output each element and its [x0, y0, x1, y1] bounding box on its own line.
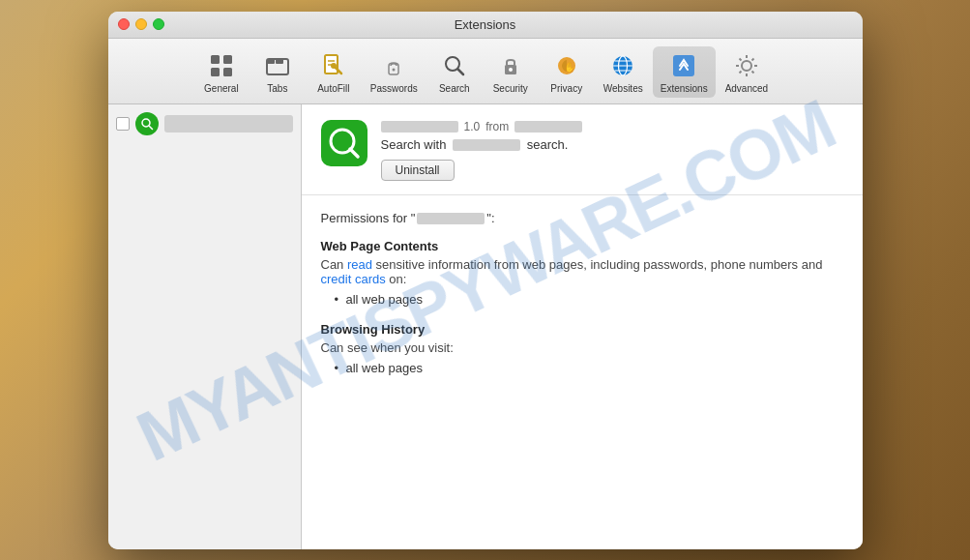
content-area: 1.0 from Search with search. Uninstall P…: [108, 104, 863, 549]
main-panel: 1.0 from Search with search. Uninstall P…: [302, 104, 863, 549]
can-read-prefix: Can: [321, 257, 347, 272]
privacy-label: Privacy: [550, 83, 582, 94]
uninstall-button[interactable]: Uninstall: [381, 160, 455, 181]
extension-from-bar: [514, 121, 582, 133]
traffic-lights: [118, 18, 164, 30]
passwords-icon: [378, 50, 409, 81]
svg-rect-3: [223, 68, 232, 76]
perm-group-browsing-title: Browsing History: [321, 322, 843, 337]
svg-line-31: [739, 58, 741, 60]
toolbar-passwords[interactable]: Passwords: [363, 46, 426, 98]
toolbar: General Tabs: [108, 39, 863, 104]
extension-icon-wrap: [321, 120, 367, 166]
svg-line-14: [457, 69, 463, 74]
svg-point-11: [331, 63, 337, 69]
svg-line-33: [751, 58, 753, 60]
extension-from: from: [485, 120, 509, 133]
perm-group-web-contents: Web Page Contents Can read sensitive inf…: [321, 239, 843, 307]
toolbar-extensions[interactable]: Extensions: [653, 46, 716, 98]
close-button[interactable]: [118, 18, 130, 30]
security-label: Security: [493, 83, 528, 94]
svg-point-25: [742, 61, 751, 71]
svg-line-38: [350, 149, 358, 157]
minimize-button[interactable]: [135, 18, 147, 30]
svg-text:✋: ✋: [564, 61, 576, 74]
svg-rect-1: [211, 68, 220, 76]
extension-header: 1.0 from Search with search. Uninstall: [302, 104, 863, 195]
permissions-title: Permissions for "":: [321, 211, 843, 225]
credit-cards-link: credit cards: [321, 272, 386, 286]
sidebar-search-icon: [135, 112, 159, 135]
sidebar-extension-name: [164, 115, 293, 133]
autofill-label: AutoFill: [317, 83, 349, 94]
toolbar-privacy[interactable]: ✋ Privacy: [540, 46, 594, 98]
window-title: Extensions: [455, 17, 516, 32]
privacy-icon: ✋: [551, 50, 582, 81]
websites-label: Websites: [603, 83, 643, 94]
svg-point-12: [393, 68, 396, 71]
toolbar-security[interactable]: Security: [484, 46, 538, 98]
maximize-button[interactable]: [153, 18, 164, 30]
svg-line-34: [739, 71, 741, 73]
extension-desc-name: [453, 139, 520, 151]
can-read-link: read: [347, 257, 372, 272]
toolbar-tabs[interactable]: Tabs: [250, 46, 305, 98]
extension-info: 1.0 from Search with search. Uninstall: [381, 120, 843, 181]
perm-browsing-item: all web pages: [337, 361, 843, 375]
perm-group-web-title: Web Page Contents: [321, 239, 843, 253]
extension-name-bar: [381, 121, 458, 133]
perm-group-web-desc: Can read sensitive information from web …: [321, 257, 843, 286]
advanced-icon: [731, 50, 762, 81]
toolbar-general[interactable]: General: [194, 46, 249, 98]
extension-name-row: 1.0 from: [381, 120, 843, 133]
general-icon: [206, 50, 237, 81]
perm-web-item: all web pages: [337, 292, 843, 307]
svg-rect-6: [276, 59, 283, 64]
websites-icon: [607, 50, 638, 81]
svg-line-36: [149, 126, 152, 129]
extension-icon: [321, 120, 367, 166]
tabs-label: Tabs: [267, 83, 287, 94]
perm-group-browsing: Browsing History Can see when you visit:…: [321, 322, 843, 375]
toolbar-search[interactable]: Search: [427, 46, 482, 98]
search-icon: [439, 50, 470, 81]
perm-web-list: all web pages: [321, 292, 843, 307]
safari-preferences-window: Extensions General: [108, 12, 863, 549]
security-icon: [495, 50, 526, 81]
svg-point-35: [142, 119, 150, 127]
svg-rect-5: [267, 59, 275, 64]
toolbar-websites[interactable]: Websites: [596, 46, 651, 98]
search-label: Search: [439, 83, 470, 94]
sidebar-checkbox[interactable]: [116, 117, 130, 131]
perm-browsing-list: all web pages: [321, 361, 843, 375]
passwords-label: Passwords: [370, 83, 418, 94]
svg-rect-0: [211, 55, 220, 64]
advanced-label: Advanced: [725, 83, 768, 94]
permissions-section: Permissions for "": Web Page Contents Ca…: [302, 195, 863, 406]
toolbar-autofill[interactable]: AutoFill: [307, 46, 361, 98]
extensions-icon: [668, 50, 699, 81]
general-label: General: [204, 83, 239, 94]
svg-rect-2: [223, 55, 232, 64]
tabs-icon: [262, 50, 293, 81]
sidebar: [108, 104, 302, 549]
sidebar-header: [116, 112, 293, 135]
autofill-icon: [318, 50, 349, 81]
extensions-label: Extensions: [661, 83, 708, 94]
titlebar: Extensions: [108, 12, 863, 39]
extension-desc: Search with search.: [381, 137, 843, 152]
permissions-ext-name: [417, 213, 485, 224]
extension-version: 1.0: [464, 120, 481, 133]
toolbar-advanced[interactable]: Advanced: [718, 46, 776, 98]
perm-group-browsing-desc: Can see when you visit:: [321, 340, 843, 355]
svg-line-32: [751, 71, 753, 73]
svg-point-16: [509, 68, 513, 72]
